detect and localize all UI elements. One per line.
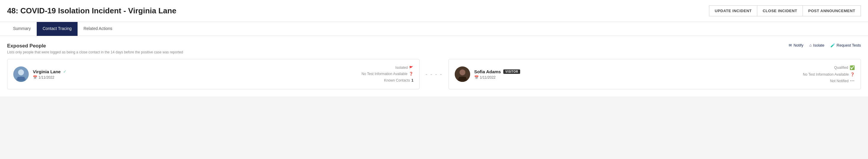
stat-no-test-virginia: No Test Information Available ❓ [362,71,413,77]
section-header: Exposed People Lists only people that we… [7,43,861,54]
section-title: Exposed People [7,43,183,49]
test-tube-icon: 🧪 [830,43,835,48]
tabs-bar: Summary Contact Tracing Related Actions [0,22,868,36]
svg-rect-7 [459,77,466,80]
post-announcement-button[interactable]: POST ANNOUNCEMENT [803,5,861,16]
person-name-row-sofia: Sofia Adams VISITOR [474,69,799,74]
section-subtitle: Lists only people that were logged as be… [7,50,183,54]
tab-contact-tracing[interactable]: Contact Tracing [37,22,78,36]
tab-related-actions[interactable]: Related Actions [78,22,118,36]
people-row: Virginia Lane ✓ 📅 1/11/2022 Isolated 🚩 N… [7,59,861,89]
stat-known-contacts: Known Contacts 1 [362,77,413,84]
sofia-date-value: 1/11/2022 [480,75,496,80]
qualified-label: Qualified [834,65,848,71]
isolated-flag-icon: 🚩 [409,65,413,71]
sofia-date: 📅 1/11/2022 [474,75,799,80]
stat-qualified: Qualified ✅ [803,64,855,72]
virginia-stats: Isolated 🚩 No Test Information Available… [362,65,413,84]
header-actions: UPDATE INCIDENT CLOSE INCIDENT POST ANNO… [709,5,861,16]
person-card-sofia: Sofia Adams VISITOR 📅 1/11/2022 Qualifie… [448,59,861,89]
known-contacts-label: Known Contacts [384,77,410,84]
section-actions: ✉ Notify ⌂ Isolate 🧪 Request Tests [789,43,861,48]
person-info-virginia: Virginia Lane ✓ 📅 1/11/2022 [33,69,357,80]
request-tests-label: Request Tests [837,43,861,48]
isolate-action[interactable]: ⌂ Isolate [809,43,825,48]
not-notified-label: Not Notified [830,78,849,84]
known-contacts-value: 1 [411,77,413,84]
virginia-date-value: 1/11/2022 [38,75,54,80]
calendar-icon-sofia: 📅 [474,75,479,80]
person-info-sofia: Sofia Adams VISITOR 📅 1/11/2022 [474,69,799,80]
stat-not-notified: Not Notified ••• [803,78,855,84]
page-title: 48: COVID-19 Isolation Incident - Virgin… [7,6,177,16]
help-icon-sofia[interactable]: ❓ [850,72,855,78]
envelope-icon: ✉ [789,43,792,48]
verified-icon-virginia: ✓ [63,69,67,74]
isolate-label: Isolate [813,43,825,48]
stat-isolated: Isolated 🚩 [362,65,413,71]
notify-action[interactable]: ✉ Notify [789,43,803,48]
house-icon: ⌂ [809,43,812,48]
virginia-name: Virginia Lane [33,69,61,74]
no-test-label-sofia: No Test Information Available [803,72,849,78]
virginia-date: 📅 1/11/2022 [33,75,357,80]
qualified-check-icon: ✅ [850,64,855,72]
top-header: 48: COVID-19 Isolation Incident - Virgin… [0,0,868,22]
close-incident-button[interactable]: CLOSE INCIDENT [757,5,803,16]
sofia-name: Sofia Adams [474,69,501,74]
calendar-icon-virginia: 📅 [33,75,37,80]
stat-no-test-sofia: No Test Information Available ❓ [803,72,855,78]
main-content: Exposed People Lists only people that we… [0,36,868,97]
notify-label: Notify [794,43,803,48]
request-tests-action[interactable]: 🧪 Request Tests [830,43,861,48]
section-title-block: Exposed People Lists only people that we… [7,43,183,54]
tab-summary[interactable]: Summary [7,22,37,36]
svg-rect-3 [18,77,25,80]
person-card-virginia: Virginia Lane ✓ 📅 1/11/2022 Isolated 🚩 N… [7,59,420,89]
dots-icon-sofia[interactable]: ••• [850,78,855,84]
svg-point-5 [460,70,465,75]
svg-point-1 [18,70,24,75]
no-test-label-virginia: No Test Information Available [362,71,407,77]
avatar-sofia [455,67,470,82]
isolated-label: Isolated [395,65,408,71]
connector: - - - - [420,59,448,89]
update-incident-button[interactable]: UPDATE INCIDENT [709,5,757,16]
person-name-row-virginia: Virginia Lane ✓ [33,69,357,74]
help-icon-virginia[interactable]: ❓ [409,71,413,77]
dashed-connector: - - - - [426,71,442,78]
visitor-badge-sofia: VISITOR [503,70,520,74]
avatar-virginia [13,67,29,82]
sofia-stats: Qualified ✅ No Test Information Availabl… [803,64,855,84]
